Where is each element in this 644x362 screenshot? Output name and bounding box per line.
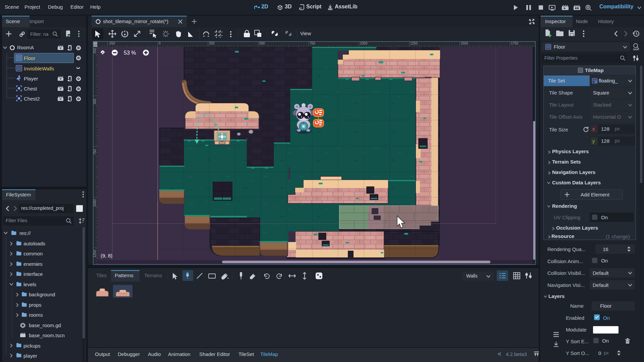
svg-text:1250: 1250 — [410, 42, 418, 45]
svg-text:0: 0 — [159, 42, 161, 45]
svg-text:250: 250 — [209, 42, 215, 45]
svg-text:1750: 1750 — [511, 42, 519, 45]
svg-text:500: 500 — [93, 99, 97, 104]
svg-text:250: 250 — [93, 48, 97, 54]
svg-text:DOC: DOC — [633, 48, 639, 51]
svg-text:1000: 1000 — [360, 42, 368, 45]
svg-text:750: 750 — [310, 42, 315, 45]
svg-text:500: 500 — [259, 42, 265, 45]
svg-text:1250: 1250 — [93, 250, 97, 257]
svg-text:750: 750 — [93, 149, 97, 155]
svg-text:1000: 1000 — [93, 199, 97, 207]
svg-text:1500: 1500 — [461, 42, 468, 45]
svg-text:(9, 8): (9, 8) — [101, 253, 112, 258]
svg-text:53 %: 53 % — [124, 50, 136, 56]
svg-text:-250: -250 — [108, 42, 115, 45]
